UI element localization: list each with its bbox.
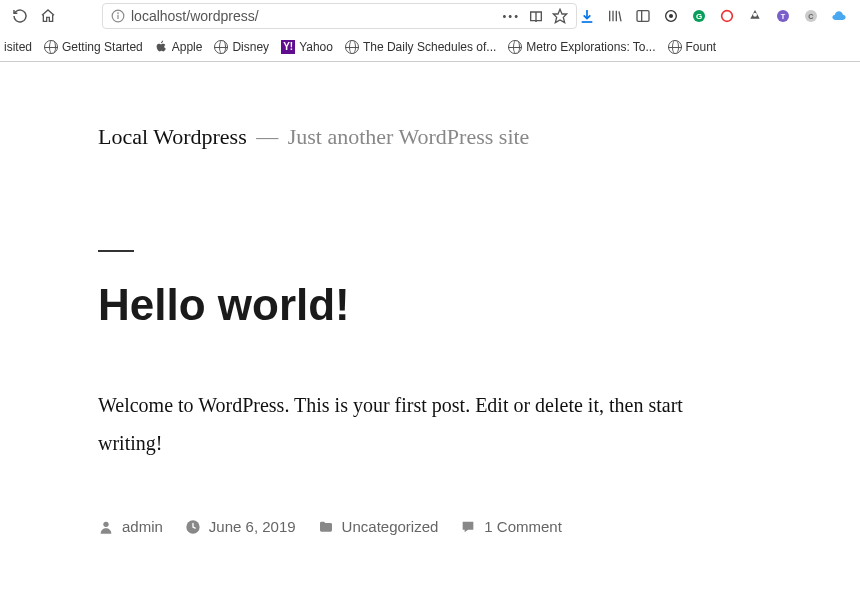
home-button[interactable] <box>34 2 62 30</box>
bookmark-item[interactable]: Apple <box>155 40 203 54</box>
bookmark-item[interactable]: Fount <box>668 40 717 54</box>
globe-icon <box>44 40 58 54</box>
bookmark-label: Yahoo <box>299 40 333 54</box>
apple-icon <box>155 40 168 53</box>
post-author[interactable]: admin <box>98 518 163 535</box>
bookmark-label: Metro Explorations: To... <box>526 40 655 54</box>
bookmark-item[interactable]: isited <box>4 40 32 54</box>
svg-point-17 <box>753 13 757 17</box>
bookmark-label: Disney <box>232 40 269 54</box>
post-meta: admin June 6, 2019 Uncategorized 1 Comme… <box>98 518 780 535</box>
comment-icon <box>460 519 476 535</box>
svg-point-16 <box>722 11 733 22</box>
bookmark-item[interactable]: The Daily Schedules of... <box>345 40 496 54</box>
url-text: localhost/wordpress/ <box>131 8 496 24</box>
post-date[interactable]: June 6, 2019 <box>185 518 296 535</box>
svg-point-2 <box>118 13 119 14</box>
bookmark-label: isited <box>4 40 32 54</box>
browser-toolbar: localhost/wordpress/ ••• G T C <box>0 0 860 32</box>
clock-icon <box>185 519 201 535</box>
page-actions-icon[interactable]: ••• <box>502 10 520 22</box>
category-text: Uncategorized <box>342 518 439 535</box>
extension-icon-6[interactable]: C <box>802 7 820 25</box>
library-icon[interactable] <box>606 7 624 25</box>
folder-icon <box>318 519 334 535</box>
svg-rect-10 <box>637 11 649 22</box>
address-bar[interactable]: localhost/wordpress/ ••• <box>102 3 577 29</box>
svg-line-9 <box>619 11 621 21</box>
site-dash: — <box>256 124 278 149</box>
svg-text:C: C <box>808 12 814 21</box>
post-divider <box>98 250 134 252</box>
bookmark-item[interactable]: Y! Yahoo <box>281 40 333 54</box>
svg-text:T: T <box>781 12 786 21</box>
post-body: Welcome to WordPress. This is your first… <box>98 386 738 462</box>
extension-icon-1[interactable] <box>662 7 680 25</box>
svg-marker-4 <box>553 9 566 22</box>
url-actions: ••• <box>502 8 568 24</box>
reload-button[interactable] <box>6 2 34 30</box>
extension-icon-2[interactable]: G <box>690 7 708 25</box>
download-icon[interactable] <box>578 7 596 25</box>
extension-icon-3[interactable] <box>718 7 736 25</box>
svg-point-22 <box>103 521 108 526</box>
svg-text:G: G <box>696 12 702 21</box>
extension-icon-4[interactable] <box>746 7 764 25</box>
bookmark-item[interactable]: Disney <box>214 40 269 54</box>
author-name: admin <box>122 518 163 535</box>
page-content: Local Wordpress — Just another WordPress… <box>0 62 780 535</box>
globe-icon <box>345 40 359 54</box>
site-header: Local Wordpress — Just another WordPress… <box>98 124 780 150</box>
bookmark-item[interactable]: Metro Explorations: To... <box>508 40 655 54</box>
bookmark-item[interactable]: Getting Started <box>44 40 143 54</box>
reader-icon[interactable] <box>528 9 544 23</box>
bookmarks-bar: isited Getting Started Apple Disney Y! Y… <box>0 32 860 62</box>
post-title[interactable]: Hello world! <box>98 280 780 330</box>
globe-icon <box>214 40 228 54</box>
date-text: June 6, 2019 <box>209 518 296 535</box>
site-tagline: Just another WordPress site <box>288 124 530 149</box>
info-icon <box>111 9 125 23</box>
bookmark-label: The Daily Schedules of... <box>363 40 496 54</box>
bookmark-label: Getting Started <box>62 40 143 54</box>
post-category[interactable]: Uncategorized <box>318 518 439 535</box>
sidebar-icon[interactable] <box>634 7 652 25</box>
post-comments[interactable]: 1 Comment <box>460 518 562 535</box>
extension-icon-7[interactable] <box>830 7 848 25</box>
comments-text: 1 Comment <box>484 518 562 535</box>
toolbar-right-icons: G T C <box>578 7 854 25</box>
globe-icon <box>508 40 522 54</box>
svg-point-13 <box>669 14 673 18</box>
bookmark-label: Apple <box>172 40 203 54</box>
extension-icon-5[interactable]: T <box>774 7 792 25</box>
bookmark-label: Fount <box>686 40 717 54</box>
site-title-link[interactable]: Local Wordpress <box>98 124 247 149</box>
person-icon <box>98 519 114 535</box>
bookmark-star-icon[interactable] <box>552 8 568 24</box>
yahoo-icon: Y! <box>281 40 295 54</box>
globe-icon <box>668 40 682 54</box>
